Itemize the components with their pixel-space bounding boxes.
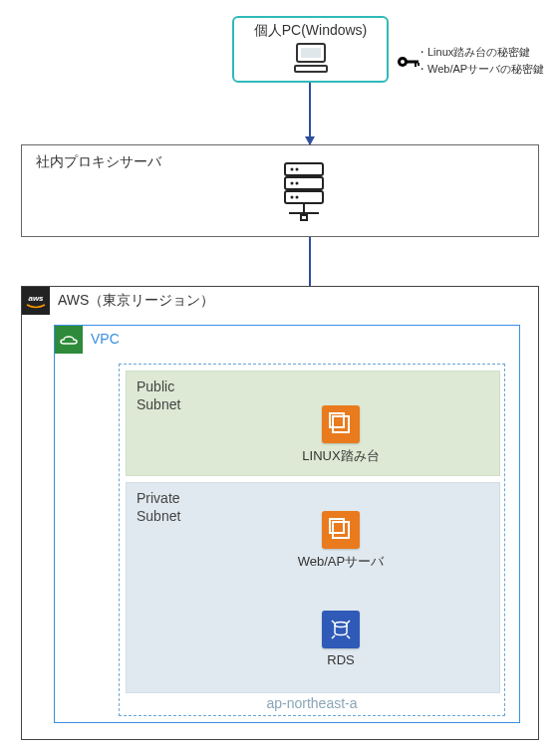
public-subnet: Public Subnet LINUX踏み台 — [126, 371, 500, 476]
svg-rect-23 — [333, 522, 349, 538]
svg-rect-2 — [295, 66, 327, 72]
svg-rect-1 — [301, 48, 321, 58]
server-rack-icon — [281, 161, 327, 227]
svg-point-11 — [291, 168, 294, 171]
aws-region-title: AWS（東京リージョン） — [58, 292, 214, 310]
svg-point-4 — [401, 60, 405, 64]
svg-point-25 — [335, 623, 347, 628]
vpc-icon — [55, 326, 83, 354]
proxy-box: 社内プロキシサーバ — [21, 144, 539, 237]
key-notes: ・Linux踏み台の秘密鍵 ・Web/APサーバの秘密鍵 — [417, 44, 544, 77]
bastion-ec2: LINUX踏み台 — [281, 405, 401, 465]
arrow-pc-to-proxy — [309, 83, 311, 144]
rds-label: RDS — [327, 652, 354, 667]
svg-rect-19 — [301, 215, 307, 220]
svg-point-13 — [291, 182, 294, 185]
key-note-1: ・Linux踏み台の秘密鍵 — [417, 44, 544, 61]
rds-icon — [322, 611, 360, 648]
bastion-label: LINUX踏み台 — [302, 447, 379, 465]
rds-service: RDS — [281, 611, 401, 667]
webap-ec2: Web/APサーバ — [281, 511, 401, 571]
aws-logo-icon: aws — [22, 287, 50, 315]
svg-point-14 — [296, 182, 299, 185]
key-note-2: ・Web/APサーバの秘密鍵 — [417, 61, 544, 78]
vpc-box: VPC Public Subnet — [54, 325, 520, 723]
personal-pc-box: 個人PC(Windows) — [232, 16, 389, 83]
svg-point-12 — [296, 168, 299, 171]
private-subnet-title-1: Private — [137, 489, 489, 507]
svg-rect-21 — [333, 416, 349, 432]
ec2-icon — [322, 511, 360, 549]
svg-text:aws: aws — [28, 294, 44, 303]
pc-icon — [234, 42, 387, 77]
webap-label: Web/APサーバ — [298, 553, 384, 571]
az-label: ap-northeast-a — [120, 695, 504, 711]
ec2-icon — [322, 405, 360, 443]
personal-pc-title: 個人PC(Windows) — [234, 22, 387, 40]
private-subnet: Private Subnet Web/APサーバ — [126, 482, 500, 693]
vpc-title: VPC — [91, 331, 120, 347]
availability-zone-box: Public Subnet LINUX踏み台 — [119, 364, 505, 716]
svg-point-15 — [291, 196, 294, 199]
public-subnet-title-1: Public — [137, 377, 489, 395]
proxy-title: 社内プロキシサーバ — [36, 153, 161, 171]
svg-point-16 — [296, 196, 299, 199]
aws-region-box: aws AWS（東京リージョン） VPC Public Subnet — [21, 286, 539, 740]
